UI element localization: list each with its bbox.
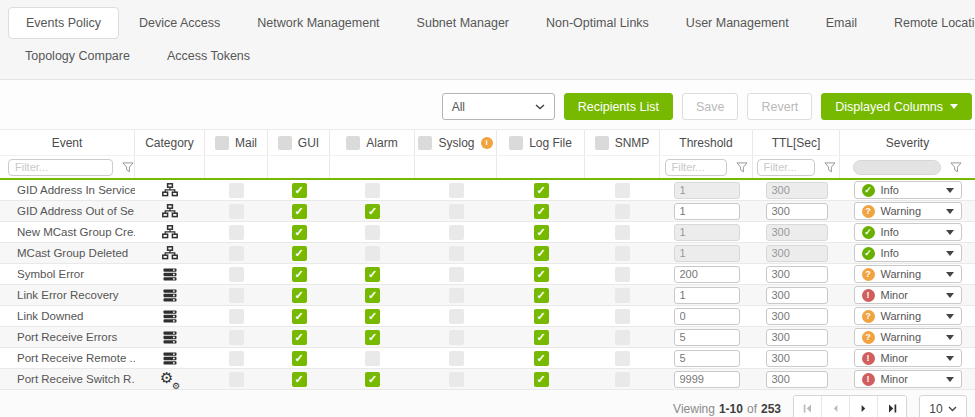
snmp-checkbox[interactable]: [615, 288, 630, 303]
ttl-input[interactable]: [766, 350, 828, 367]
ttl-input[interactable]: [766, 266, 828, 283]
mail-checkbox[interactable]: [229, 330, 244, 345]
severity-select[interactable]: ✓Info: [854, 244, 962, 262]
syslog-checkbox[interactable]: [449, 267, 464, 282]
events-filter-select[interactable]: All: [442, 93, 555, 120]
gui-checkbox[interactable]: ✓: [292, 204, 307, 219]
mail-checkbox[interactable]: [229, 372, 244, 387]
threshold-input[interactable]: [674, 371, 740, 388]
syslog-checkbox[interactable]: [449, 351, 464, 366]
tab-remote-location[interactable]: Remote Location: [877, 8, 975, 38]
gui-checkbox[interactable]: ✓: [292, 267, 307, 282]
threshold-input[interactable]: [674, 266, 740, 283]
revert-button[interactable]: Revert: [747, 93, 812, 120]
snmp-checkbox[interactable]: [615, 372, 630, 387]
displayed-columns-button[interactable]: Displayed Columns: [821, 93, 972, 120]
log_file-checkbox[interactable]: ✓: [534, 183, 549, 198]
severity-select[interactable]: ?Warning: [854, 202, 962, 220]
mail-checkbox[interactable]: [229, 309, 244, 324]
table-row[interactable]: GID Address Out of Se...✓✓✓?Warning: [0, 201, 975, 222]
snmp-checkbox[interactable]: [615, 267, 630, 282]
severity-select[interactable]: ?Warning: [854, 307, 962, 325]
gui-checkbox[interactable]: ✓: [292, 330, 307, 345]
threshold-input[interactable]: [674, 308, 740, 325]
log_file-checkbox[interactable]: ✓: [534, 309, 549, 324]
severity-select[interactable]: ✓Info: [854, 181, 962, 199]
tab-network-management[interactable]: Network Management: [240, 8, 396, 38]
alarm-header-checkbox[interactable]: [346, 136, 360, 150]
table-row[interactable]: MCast Group Deleted✓✓✓Info: [0, 243, 975, 264]
table-row[interactable]: Port Receive Switch R...⚙⚙✓✓✓!Minor: [0, 369, 975, 390]
gui-checkbox[interactable]: ✓: [292, 225, 307, 240]
gui-header-checkbox[interactable]: [278, 136, 292, 150]
funnel-icon[interactable]: [122, 162, 134, 173]
severity-select[interactable]: ?Warning: [854, 328, 962, 346]
log_file-checkbox[interactable]: ✓: [534, 225, 549, 240]
table-row[interactable]: Port Receive Errors✓✓✓?Warning: [0, 327, 975, 348]
log_file-checkbox[interactable]: ✓: [534, 204, 549, 219]
gui-checkbox[interactable]: ✓: [292, 246, 307, 261]
gui-checkbox[interactable]: ✓: [292, 288, 307, 303]
ttl-input[interactable]: [766, 203, 828, 220]
tab-access-tokens[interactable]: Access Tokens: [150, 41, 267, 71]
alarm-checkbox[interactable]: ✓: [365, 309, 380, 324]
alarm-checkbox[interactable]: ✓: [365, 204, 380, 219]
ttl-input[interactable]: [766, 371, 828, 388]
recipients-list-button[interactable]: Recipients List: [564, 93, 673, 120]
alarm-checkbox[interactable]: [365, 225, 380, 240]
threshold-input[interactable]: [674, 329, 740, 346]
threshold-input[interactable]: [674, 350, 740, 367]
funnel-icon[interactable]: [736, 162, 748, 173]
tab-device-access[interactable]: Device Access: [122, 8, 237, 38]
alarm-checkbox[interactable]: ✓: [365, 372, 380, 387]
log_file-checkbox[interactable]: ✓: [534, 351, 549, 366]
mail-checkbox[interactable]: [229, 183, 244, 198]
snmp-checkbox[interactable]: [615, 351, 630, 366]
severity-select[interactable]: ✓Info: [854, 223, 962, 241]
threshold-filter-input[interactable]: [665, 159, 727, 176]
severity-select[interactable]: !Minor: [854, 370, 962, 388]
mail-checkbox[interactable]: [229, 267, 244, 282]
log_file-checkbox[interactable]: ✓: [534, 246, 549, 261]
syslog-checkbox[interactable]: [449, 372, 464, 387]
mail-checkbox[interactable]: [229, 246, 244, 261]
ttl-input[interactable]: [766, 308, 828, 325]
syslog-checkbox[interactable]: [449, 309, 464, 324]
gui-checkbox[interactable]: ✓: [292, 309, 307, 324]
snmp-checkbox[interactable]: [615, 183, 630, 198]
tab-email[interactable]: Email: [809, 8, 874, 38]
gui-checkbox[interactable]: ✓: [292, 372, 307, 387]
table-row[interactable]: New MCast Group Cre...✓✓✓Info: [0, 222, 975, 243]
log_file-checkbox[interactable]: ✓: [534, 288, 549, 303]
last-page-button[interactable]: [878, 396, 906, 417]
funnel-icon[interactable]: [950, 162, 962, 173]
snmp-checkbox[interactable]: [615, 204, 630, 219]
table-row[interactable]: Port Receive Remote ...✓✓!Minor: [0, 348, 975, 369]
tab-events-policy[interactable]: Events Policy: [8, 7, 119, 39]
alarm-checkbox[interactable]: ✓: [365, 330, 380, 345]
log_file-checkbox[interactable]: ✓: [534, 372, 549, 387]
table-row[interactable]: Symbol Error✓✓✓?Warning: [0, 264, 975, 285]
alarm-checkbox[interactable]: ✓: [365, 288, 380, 303]
syslog-checkbox[interactable]: [449, 204, 464, 219]
syslog-checkbox[interactable]: [449, 225, 464, 240]
tab-subnet-manager[interactable]: Subnet Manager: [400, 8, 526, 38]
alarm-checkbox[interactable]: [365, 246, 380, 261]
snmp-checkbox[interactable]: [615, 225, 630, 240]
alarm-checkbox[interactable]: ✓: [365, 267, 380, 282]
severity-select[interactable]: ?Warning: [854, 265, 962, 283]
severity-select[interactable]: !Minor: [854, 286, 962, 304]
syslog-checkbox[interactable]: [449, 246, 464, 261]
tab-non-optimal-links[interactable]: Non-Optimal Links: [529, 8, 666, 38]
syslog-header-checkbox[interactable]: [418, 136, 432, 150]
next-page-button[interactable]: [850, 396, 878, 417]
mail-header-checkbox[interactable]: [215, 136, 229, 150]
alarm-checkbox[interactable]: [365, 351, 380, 366]
info-icon[interactable]: i: [481, 137, 493, 149]
mail-checkbox[interactable]: [229, 204, 244, 219]
ttl-input[interactable]: [766, 287, 828, 304]
save-button[interactable]: Save: [682, 93, 739, 120]
log_file-checkbox[interactable]: ✓: [534, 267, 549, 282]
previous-page-button[interactable]: [822, 396, 850, 417]
log-file-header-checkbox[interactable]: [509, 136, 523, 150]
